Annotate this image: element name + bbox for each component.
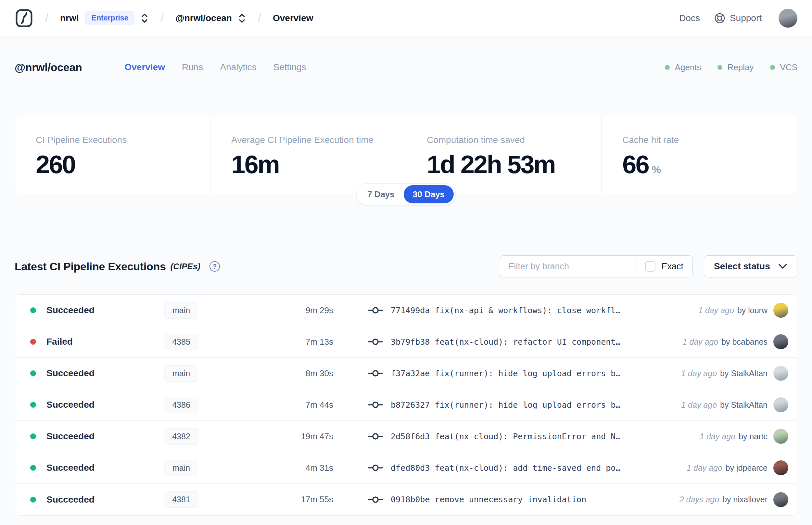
toggle-7-days[interactable]: 7 Days <box>358 185 404 204</box>
avatar <box>773 334 788 349</box>
tab-runs[interactable]: Runs <box>182 62 203 73</box>
green-dot-icon <box>770 65 775 70</box>
commit-message[interactable]: 2d58f6d3 feat(nx-cloud): PermissionError… <box>391 432 621 441</box>
nx-cloud-logo[interactable] <box>15 9 33 28</box>
support-label: Support <box>730 13 762 24</box>
toggle-30-days[interactable]: 30 Days <box>404 185 454 204</box>
branch-chip[interactable]: main <box>164 460 198 476</box>
user-avatar[interactable] <box>779 9 797 28</box>
stat-card-avg-time: Average CI Pipeline Execution time 16m <box>211 116 406 194</box>
git-commit-icon <box>368 369 383 377</box>
legend-label: Replay <box>727 62 754 73</box>
table-row[interactable]: Succeeded 4381 17m 55s 0918b0be remove u… <box>15 484 797 515</box>
stat-value: 66% <box>622 152 797 177</box>
lifebuoy-icon <box>714 13 725 24</box>
meta-cell: 1 day ago by lourw <box>698 303 797 318</box>
top-navigation-bar: / nrwl Enterprise / @nrwl/ocean / Overvi… <box>0 0 812 36</box>
commit-message[interactable]: 3b79fb38 feat(nx-cloud): refactor UI com… <box>391 337 621 347</box>
tab-overview[interactable]: Overview <box>124 62 165 73</box>
table-row[interactable]: Succeeded main 8m 30s f37a32ae fix(runne… <box>15 358 797 389</box>
author: by nartc <box>739 432 767 441</box>
breadcrumb-separator: / <box>45 11 48 25</box>
commit-message[interactable]: dfed80d3 feat(nx-cloud): add time-saved … <box>391 463 621 473</box>
branch-filter-input[interactable] <box>500 256 635 277</box>
branch-chip[interactable]: main <box>164 302 198 319</box>
breadcrumb-org[interactable]: nrwl <box>60 13 79 24</box>
branch-cell: main <box>142 365 220 382</box>
stats-section: CI Pipeline Executions 260 Average CI Pi… <box>15 116 797 194</box>
exact-checkbox[interactable] <box>645 261 656 272</box>
branch-cell: 4382 <box>142 428 220 445</box>
status-dot-icon <box>30 308 36 313</box>
stat-card-cache-hit: Cache hit rate 66% <box>601 116 797 194</box>
docs-link[interactable]: Docs <box>679 13 700 24</box>
date-range-toggle: 7 Days 30 Days <box>356 183 456 205</box>
chevron-up-down-icon[interactable] <box>140 12 149 24</box>
table-row[interactable]: Succeeded main 9m 29s 771499da fix(nx-ap… <box>15 295 797 326</box>
duration: 8m 30s <box>220 369 333 378</box>
table-row[interactable]: Failed 4385 7m 13s 3b79fb38 feat(nx-clou… <box>15 326 797 358</box>
stat-card-executions: CI Pipeline Executions 260 <box>15 116 211 194</box>
chevron-up-down-icon[interactable] <box>238 12 246 24</box>
status-dot-icon <box>30 370 36 376</box>
stat-label: Average CI Pipeline Execution time <box>231 135 406 145</box>
status-label: Succeeded <box>46 400 94 410</box>
git-commit-icon <box>368 495 383 504</box>
stat-card-time-saved: Computation time saved 1d 22h 53m <box>406 116 601 194</box>
duration: 19m 47s <box>220 432 333 441</box>
author: by jdpearce <box>725 463 767 473</box>
branch-chip[interactable]: 4381 <box>164 491 198 508</box>
author: by bcabanes <box>721 337 767 347</box>
tab-analytics[interactable]: Analytics <box>220 62 256 73</box>
table-row[interactable]: Succeeded 4386 7m 44s b8726327 fix(runne… <box>15 389 797 421</box>
tab-settings[interactable]: Settings <box>273 62 306 73</box>
exact-option: Exact <box>636 256 692 277</box>
git-commit-icon <box>368 432 383 440</box>
branch-chip[interactable]: 4382 <box>164 428 198 445</box>
stat-label: Cache hit rate <box>622 135 797 145</box>
avatar <box>773 303 788 318</box>
status-cell: Succeeded <box>15 305 142 315</box>
duration: 17m 55s <box>220 494 333 505</box>
status-cell: Succeeded <box>15 400 142 410</box>
branch-chip[interactable]: 4385 <box>164 334 198 350</box>
status-cell: Succeeded <box>15 494 142 505</box>
commit-cell: 3b79fb38 feat(nx-cloud): refactor UI com… <box>333 337 683 347</box>
green-dot-icon <box>665 65 670 70</box>
breadcrumb-workspace[interactable]: @nrwl/ocean <box>175 13 232 24</box>
meta-cell: 1 day ago by StalkAltan <box>681 366 797 381</box>
status-dot-icon <box>30 339 36 345</box>
commit-message[interactable]: 0918b0be remove unnecessary invalidation <box>391 495 586 504</box>
branch-chip[interactable]: main <box>164 365 198 382</box>
support-link[interactable]: Support <box>714 13 762 24</box>
meta-cell: 1 day ago by jdpearce <box>687 460 797 475</box>
time-ago: 1 day ago <box>698 306 734 315</box>
stat-label: Computation time saved <box>427 135 601 145</box>
table-row[interactable]: Succeeded 4382 19m 47s 2d58f6d3 feat(nx-… <box>15 421 797 452</box>
workspace-header: @nrwl/ocean Overview Runs Analytics Sett… <box>0 57 812 77</box>
commit-message[interactable]: f37a32ae fix(runner): hide log upload er… <box>391 369 621 378</box>
status-label: Succeeded <box>46 431 94 441</box>
workspace-tabs: Overview Runs Analytics Settings <box>124 62 306 73</box>
avatar <box>773 460 788 475</box>
branch-chip[interactable]: 4386 <box>164 397 198 413</box>
legend-item-vcs: VCS <box>770 62 797 73</box>
status-label: Succeeded <box>46 494 94 505</box>
legend-item-agents: Agents <box>665 62 701 73</box>
time-ago: 1 day ago <box>700 432 735 441</box>
commit-message[interactable]: 771499da fix(nx-api & workflows): close … <box>391 306 621 315</box>
status-label: Failed <box>46 336 73 347</box>
commit-message[interactable]: b8726327 fix(runner): hide log upload er… <box>391 400 621 410</box>
green-dot-icon <box>718 65 722 70</box>
workspace-title: @nrwl/ocean <box>15 61 82 74</box>
stats-cards: CI Pipeline Executions 260 Average CI Pi… <box>15 116 797 194</box>
enterprise-badge: Enterprise <box>86 11 135 25</box>
help-icon[interactable]: ? <box>210 261 220 272</box>
legend-item-replay: Replay <box>718 62 754 73</box>
table-row[interactable]: Succeeded main 4m 31s dfed80d3 feat(nx-c… <box>15 452 797 484</box>
git-commit-icon <box>368 338 383 346</box>
meta-cell: 1 day ago by bcabanes <box>683 334 797 349</box>
author: by lourw <box>737 306 767 315</box>
executions-section: Latest CI Pipeline Executions (CIPEs) ? … <box>15 255 797 515</box>
select-status-dropdown[interactable]: Select status <box>704 255 797 278</box>
